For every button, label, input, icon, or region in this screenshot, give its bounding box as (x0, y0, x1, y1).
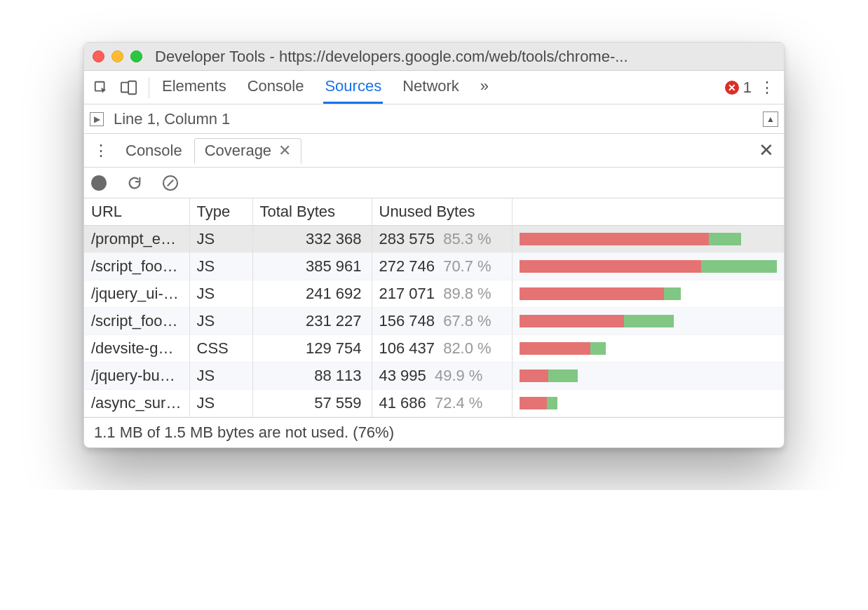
cell-total-bytes: 88 113 (252, 362, 372, 390)
svg-rect-2 (128, 81, 136, 93)
drawer-tab-label: Console (126, 142, 182, 160)
close-drawer-icon[interactable]: ✕ (753, 140, 780, 161)
bar-used (624, 315, 674, 327)
cell-url: /devsite-goog (84, 335, 189, 362)
usage-bar (520, 370, 578, 382)
coverage-summary: 1.1 MB of 1.5 MB bytes are not used. (76… (84, 417, 784, 447)
cell-total-bytes: 57 559 (252, 390, 372, 417)
bar-used (701, 260, 777, 273)
error-icon: ✕ (725, 81, 739, 95)
tab-overflow[interactable]: » (479, 71, 490, 104)
cell-total-bytes: 129 754 (252, 335, 372, 362)
tab-network[interactable]: Network (401, 71, 461, 104)
tab-elements[interactable]: Elements (161, 71, 228, 104)
table-row[interactable]: /prompt_embJS332 368283 575 85.3 % (84, 226, 784, 253)
error-count-badge[interactable]: ✕ 1 (725, 79, 752, 97)
window-maximize-button[interactable] (130, 50, 142, 62)
bar-used (590, 342, 606, 355)
collapse-drawer-icon[interactable]: ▲ (763, 111, 778, 127)
coverage-table: URL Type Total Bytes Unused Bytes /promp… (84, 198, 784, 417)
traffic-lights (93, 50, 142, 62)
cell-unused-bytes: 41 686 72.4 % (372, 390, 512, 417)
bar-unused (520, 287, 665, 300)
cell-url: /jquery-bundle (84, 362, 189, 390)
table-row[interactable]: /script_foot.jsJS231 227156 748 67.8 % (84, 308, 784, 335)
cell-usage-bar (512, 226, 784, 253)
th-type[interactable]: Type (189, 198, 252, 226)
clear-icon[interactable] (163, 175, 178, 191)
bar-used (547, 397, 557, 409)
bar-used (664, 287, 680, 300)
tab-sources[interactable]: Sources (323, 71, 383, 104)
bar-unused (520, 233, 709, 245)
table-row[interactable]: /script_foot_cJS385 961272 746 70.7 % (84, 253, 784, 280)
navigator-toggle-icon[interactable]: ▶ (90, 112, 104, 126)
cell-type: JS (189, 280, 252, 308)
cell-url: /script_foot_c (84, 253, 189, 280)
th-unused[interactable]: Unused Bytes (372, 198, 512, 226)
bar-used (709, 233, 741, 245)
error-count: 1 (743, 79, 752, 97)
cell-url: /prompt_emb (84, 226, 189, 253)
cell-usage-bar (512, 280, 784, 308)
main-tabs: Elements Console Sources Network » (161, 71, 490, 104)
record-icon[interactable] (91, 175, 107, 191)
usage-bar (520, 233, 741, 245)
table-row[interactable]: /devsite-googCSS129 754106 437 82.0 % (84, 335, 784, 362)
usage-bar (520, 342, 606, 355)
cell-unused-bytes: 272 746 70.7 % (372, 253, 512, 280)
drawer-tab-label: Coverage (205, 142, 271, 160)
devtools-window: Developer Tools - https://developers.goo… (83, 42, 785, 448)
drawer-menu-icon[interactable]: ⋮ (88, 138, 114, 163)
bar-unused (520, 397, 548, 409)
cell-unused-bytes: 217 071 89.8 % (372, 280, 512, 308)
reload-icon[interactable] (122, 170, 147, 196)
cell-usage-bar (512, 362, 784, 390)
bar-unused (520, 370, 549, 382)
table-row[interactable]: /async_surveyJS57 55941 686 72.4 % (84, 390, 784, 417)
usage-bar (520, 315, 674, 327)
bar-unused (520, 260, 702, 273)
th-total[interactable]: Total Bytes (252, 198, 372, 226)
usage-bar (520, 397, 558, 409)
cell-type: JS (189, 390, 252, 417)
main-toolbar: Elements Console Sources Network » ✕ 1 ⋮ (84, 71, 784, 104)
coverage-toolbar (84, 168, 784, 198)
usage-bar (520, 260, 778, 273)
inspect-element-icon[interactable] (88, 75, 114, 100)
cell-total-bytes: 241 692 (252, 280, 372, 308)
th-bar (512, 198, 784, 226)
tab-console[interactable]: Console (246, 71, 306, 104)
bar-unused (520, 342, 590, 355)
table-row[interactable]: /jquery-bundleJS88 11343 995 49.9 % (84, 362, 784, 390)
cell-type: JS (189, 226, 252, 253)
window-close-button[interactable] (93, 50, 104, 62)
close-tab-icon[interactable]: ✕ (278, 142, 291, 160)
th-url[interactable]: URL (84, 198, 189, 226)
cell-unused-bytes: 43 995 49.9 % (372, 362, 512, 390)
kebab-menu-icon[interactable]: ⋮ (754, 75, 780, 100)
bar-unused (520, 315, 624, 327)
cell-usage-bar (512, 390, 784, 417)
cell-usage-bar (512, 308, 784, 335)
table-header-row: URL Type Total Bytes Unused Bytes (84, 198, 784, 226)
window-minimize-button[interactable] (111, 50, 123, 62)
cell-url: /async_survey (84, 390, 189, 417)
cursor-position: Line 1, Column 1 (114, 110, 230, 128)
cell-total-bytes: 231 227 (252, 308, 372, 335)
editor-status-bar: ▶ Line 1, Column 1 ▲ (84, 104, 784, 134)
bar-used (548, 370, 578, 382)
cell-type: JS (189, 362, 252, 390)
cell-url: /jquery_ui-bun (84, 280, 189, 308)
cell-usage-bar (512, 253, 784, 280)
drawer-tab-console[interactable]: Console (115, 138, 193, 163)
cell-unused-bytes: 283 575 85.3 % (372, 226, 512, 253)
cell-url: /script_foot.js (84, 308, 189, 335)
table-row[interactable]: /jquery_ui-bunJS241 692217 071 89.8 % (84, 280, 784, 308)
cell-type: JS (189, 253, 252, 280)
usage-bar (520, 287, 681, 300)
cell-type: CSS (189, 335, 252, 362)
device-toolbar-icon[interactable] (116, 75, 142, 100)
cell-unused-bytes: 106 437 82.0 % (372, 335, 512, 362)
drawer-tab-coverage[interactable]: Coverage ✕ (194, 138, 301, 163)
